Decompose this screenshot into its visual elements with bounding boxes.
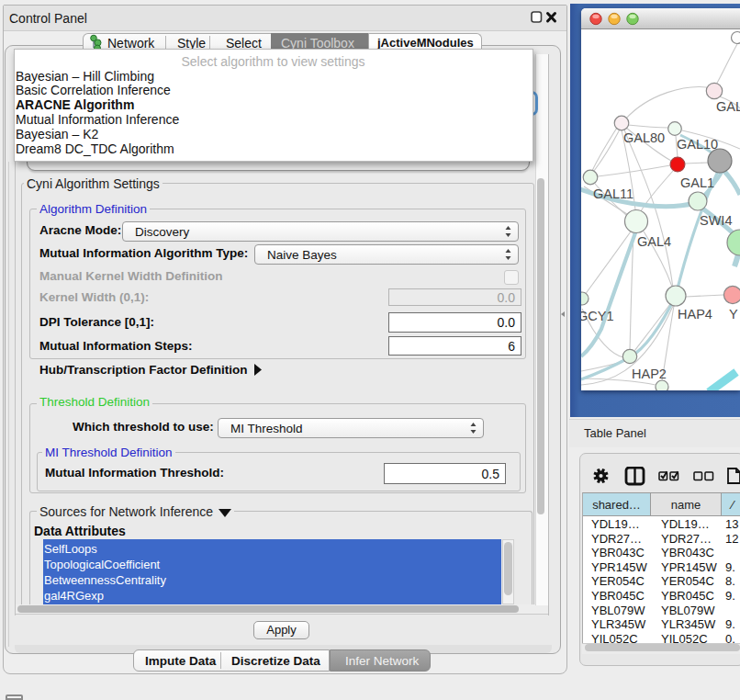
- svg-text:GAL8: GAL8: [716, 99, 740, 114]
- svg-text:HAP2: HAP2: [632, 367, 667, 381]
- svg-text:GAL4: GAL4: [637, 234, 671, 249]
- svg-text:SWI4: SWI4: [700, 213, 732, 228]
- svg-text:GAL10: GAL10: [677, 137, 718, 152]
- svg-text:Y: Y: [729, 307, 738, 322]
- svg-text:GAL1: GAL1: [680, 175, 714, 190]
- svg-text:GAL80: GAL80: [623, 130, 665, 145]
- svg-text:HAP4: HAP4: [678, 307, 712, 322]
- svg-text:GAL11: GAL11: [593, 186, 633, 201]
- svg-text:GCY1: GCY1: [581, 309, 614, 323]
